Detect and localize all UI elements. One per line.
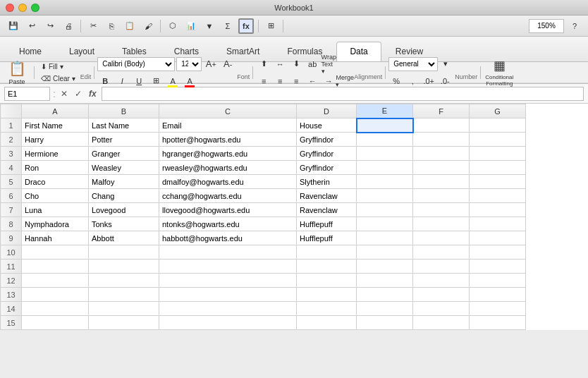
formula-input[interactable] [102, 87, 584, 101]
cell-r5c3[interactable]: dmalfoy@hogwarts.edu [159, 175, 297, 189]
cell-r10c5[interactable] [357, 245, 413, 260]
increase-font-btn[interactable]: A+ [203, 56, 219, 72]
cell-r12c6[interactable] [413, 274, 470, 288]
col-header-g[interactable]: G [470, 104, 526, 118]
cell-r7c1[interactable]: Luna [22, 203, 89, 217]
cell-r6c6[interactable] [413, 189, 470, 203]
cell-r12c1[interactable] [22, 274, 89, 288]
cell-r1c1[interactable]: First Name [22, 118, 89, 133]
row-header-11[interactable]: 11 [1, 260, 22, 274]
fill-color-button[interactable]: A [165, 73, 180, 89]
cell-r3c1[interactable]: Hermione [22, 147, 89, 161]
cell-r15c3[interactable] [159, 316, 297, 330]
row-header-8[interactable]: 8 [1, 217, 22, 231]
quick-sigma-btn[interactable]: Σ [220, 18, 235, 34]
cell-r14c4[interactable] [297, 302, 357, 316]
quick-chart-btn[interactable]: 📊 [183, 18, 199, 34]
cell-r15c7[interactable] [470, 316, 526, 330]
cell-r7c7[interactable] [470, 203, 526, 217]
cell-r2c7[interactable] [470, 133, 526, 147]
cell-r11c6[interactable] [413, 260, 470, 274]
cell-r8c2[interactable]: Tonks [89, 217, 159, 231]
cell-r2c2[interactable]: Potter [89, 133, 159, 147]
cell-r8c1[interactable]: Nymphadora [22, 217, 89, 231]
col-header-f[interactable]: F [413, 104, 470, 118]
quick-cut-button[interactable]: ✂ [85, 18, 101, 34]
cell-r15c1[interactable] [22, 316, 89, 330]
conditional-formatting-button[interactable]: ▦ ConditionalFormatting [484, 57, 515, 88]
cell-r7c2[interactable]: Lovegood [89, 203, 159, 217]
cell-r9c7[interactable] [470, 231, 526, 245]
cell-r4c1[interactable]: Ron [22, 161, 89, 175]
cell-r13c4[interactable] [297, 288, 357, 302]
zoom-input[interactable]: 150% [529, 19, 564, 33]
cell-r11c7[interactable] [470, 260, 526, 274]
cell-r11c4[interactable] [297, 260, 357, 274]
cell-r4c2[interactable]: Weasley [89, 161, 159, 175]
row-header-10[interactable]: 10 [1, 245, 22, 260]
cell-r8c7[interactable] [470, 217, 526, 231]
cell-r3c5[interactable] [357, 147, 413, 161]
quick-print-button[interactable]: 🖨 [61, 18, 76, 34]
cell-r12c5[interactable] [357, 274, 413, 288]
maximize-button[interactable] [31, 4, 39, 12]
fill-button[interactable]: ⬇ Fill ▾ [37, 61, 79, 72]
row-header-6[interactable]: 6 [1, 189, 22, 203]
cell-r3c6[interactable] [413, 147, 470, 161]
cell-reference-box[interactable]: E1 [4, 87, 50, 101]
cell-r14c7[interactable] [470, 302, 526, 316]
cell-r2c5[interactable] [357, 133, 413, 147]
cell-r9c1[interactable]: Hannah [22, 231, 89, 245]
row-header-5[interactable]: 5 [1, 175, 22, 189]
cell-r13c2[interactable] [89, 288, 159, 302]
row-header-7[interactable]: 7 [1, 203, 22, 217]
clear-button[interactable]: ⌫ Clear ▾ [37, 73, 79, 84]
font-color-button[interactable]: A [182, 73, 197, 89]
cell-r14c3[interactable] [159, 302, 297, 316]
row-header-1[interactable]: 1 [1, 118, 22, 133]
cell-r10c3[interactable] [159, 245, 297, 260]
align-middle-btn[interactable]: ↔ [272, 56, 288, 72]
cell-r11c2[interactable] [89, 260, 159, 274]
cell-r1c7[interactable] [470, 118, 526, 133]
cell-r15c5[interactable] [357, 316, 413, 330]
cell-r12c2[interactable] [89, 274, 159, 288]
cell-r1c2[interactable]: Last Name [89, 118, 159, 133]
col-header-e[interactable]: E [357, 104, 413, 118]
cell-r3c2[interactable]: Granger [89, 147, 159, 161]
cell-r14c6[interactable] [413, 302, 470, 316]
cell-r14c5[interactable] [357, 302, 413, 316]
cell-r2c4[interactable]: Gryffindor [297, 133, 357, 147]
cell-r13c1[interactable] [22, 288, 89, 302]
cell-r7c4[interactable]: Ravenclaw [297, 203, 357, 217]
wrap-text-btn[interactable]: Wrap Text ▾ [321, 56, 336, 72]
cell-r6c5[interactable] [357, 189, 413, 203]
cell-r15c4[interactable] [297, 316, 357, 330]
text-dir-btn[interactable]: ab [305, 56, 320, 72]
cell-r12c7[interactable] [470, 274, 526, 288]
cell-r5c1[interactable]: Draco [22, 175, 89, 189]
col-header-c[interactable]: C [159, 104, 297, 118]
quick-paste-btn[interactable]: 📋 [122, 18, 137, 34]
cell-r9c2[interactable]: Abbott [89, 231, 159, 245]
paste-button[interactable]: 📋 Paste [3, 57, 31, 88]
cell-r11c3[interactable] [159, 260, 297, 274]
row-header-14[interactable]: 14 [1, 302, 22, 316]
cell-r13c7[interactable] [470, 288, 526, 302]
cell-r12c3[interactable] [159, 274, 297, 288]
cell-r7c5[interactable] [357, 203, 413, 217]
cell-r8c5[interactable] [357, 217, 413, 231]
close-button[interactable] [6, 4, 14, 12]
number-format-select[interactable]: General [388, 57, 438, 71]
cell-r9c6[interactable] [413, 231, 470, 245]
align-top-btn[interactable]: ⬆ [256, 56, 271, 72]
cell-r1c5[interactable] [357, 118, 413, 133]
decrease-font-btn[interactable]: A- [220, 56, 235, 72]
row-header-3[interactable]: 3 [1, 147, 22, 161]
quick-format-painter[interactable]: 🖌 [140, 18, 156, 34]
cell-r6c2[interactable]: Chang [89, 189, 159, 203]
cell-r7c3[interactable]: llovegood@hogwarts.edu [159, 203, 297, 217]
cell-r13c3[interactable] [159, 288, 297, 302]
cell-r4c6[interactable] [413, 161, 470, 175]
row-header-15[interactable]: 15 [1, 316, 22, 330]
